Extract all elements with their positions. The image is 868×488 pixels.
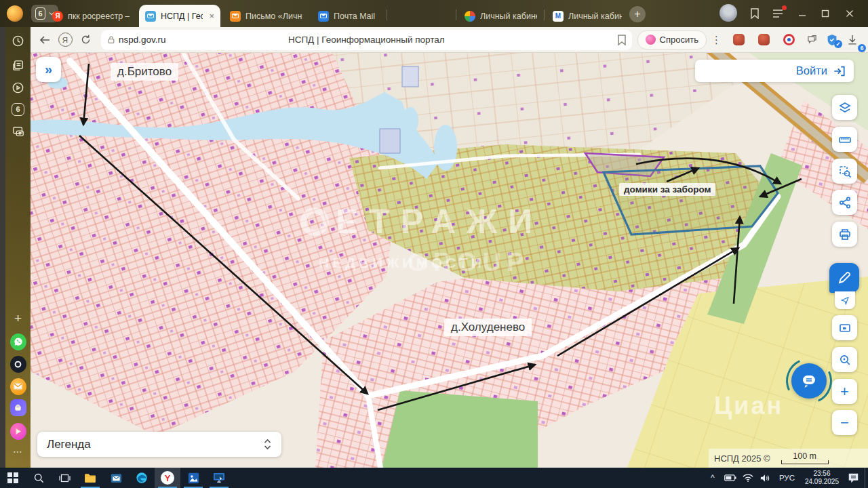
alice-icon: [646, 35, 656, 45]
battery-icon[interactable]: [723, 468, 738, 488]
expand-panel-button[interactable]: »: [36, 57, 61, 82]
edge-browser-icon[interactable]: [129, 468, 155, 488]
extension-icon-3[interactable]: [783, 34, 795, 45]
chat-support-button[interactable]: [791, 363, 827, 399]
yandex-mail-icon[interactable]: [10, 378, 26, 394]
downloads-icon[interactable]: 6: [842, 30, 863, 49]
search-object-button[interactable]: [832, 347, 857, 372]
desktop-screen: 6 Я пкк росреестр — Янд НСПД | Геоинформ…: [0, 0, 868, 488]
file-explorer-icon[interactable]: [77, 468, 103, 488]
window-edge: [0, 27, 5, 468]
annotation-domiki: домики за забором: [619, 183, 715, 196]
protect-shield-icon[interactable]: ✓: [822, 30, 842, 49]
tabs-panel-icon[interactable]: 6: [10, 101, 26, 117]
maximize-button[interactable]: [816, 7, 834, 20]
map-viewport[interactable]: д.Бритово д.Холуденево домики за забором…: [31, 53, 868, 468]
volume-icon[interactable]: [758, 468, 773, 488]
windows-taskbar: Y ^ РУС 23:56 24.09.2025: [0, 468, 868, 488]
share-button[interactable]: [832, 190, 857, 215]
ask-menu-icon[interactable]: ⋮: [707, 34, 726, 46]
legend-collapse-icon[interactable]: [263, 439, 272, 450]
mail-orange-favicon: [230, 11, 241, 22]
tab-separator: [387, 9, 387, 20]
user-avatar[interactable]: [719, 4, 737, 22]
ask-alice-button[interactable]: Спросить: [637, 30, 707, 49]
minimize-button[interactable]: [793, 7, 811, 20]
video-icon[interactable]: [10, 79, 26, 96]
address-bar[interactable]: nspd.gov.ru НСПД | Геоинформационный пор…: [101, 30, 632, 50]
measure-button[interactable]: [832, 127, 857, 152]
colorful-dots-favicon: [465, 11, 475, 22]
login-label: Войти: [796, 64, 827, 77]
url-text: nspd.gov.ru: [119, 35, 166, 45]
login-icon: [833, 65, 846, 77]
task-view-icon[interactable]: [52, 468, 77, 488]
scale-bar: 100 m: [780, 452, 830, 465]
layers-button[interactable]: [832, 95, 857, 120]
extension-icon-2[interactable]: [758, 34, 770, 45]
zoom-out-button[interactable]: −: [832, 410, 857, 435]
back-button[interactable]: [35, 30, 55, 49]
alice-icon-sidebar[interactable]: [10, 423, 26, 439]
reload-button[interactable]: [75, 30, 96, 49]
photos-app-icon[interactable]: [180, 468, 206, 488]
clock[interactable]: 23:56 24.09.2025: [801, 470, 843, 487]
chat-bubble-icon: [800, 372, 818, 390]
history-icon[interactable]: [10, 33, 26, 49]
add-panel-button[interactable]: +: [10, 310, 26, 327]
legend-panel[interactable]: Легенда: [37, 432, 281, 457]
feedback-icon[interactable]: [802, 30, 822, 49]
map-canvas[interactable]: [31, 53, 868, 468]
close-tab-icon[interactable]: ×: [209, 12, 214, 20]
browser-tab-bar: 6 Я пкк росреестр — Янд НСПД | Геоинформ…: [0, 0, 868, 27]
tray-expand-icon[interactable]: ^: [705, 468, 720, 488]
tab-mail-letter[interactable]: Письмо «Личный каб: [224, 5, 309, 27]
notification-dot: [782, 5, 787, 10]
overview-map-button[interactable]: [832, 315, 857, 340]
remote-desktop-icon[interactable]: [206, 468, 232, 488]
browser-side-panel: 6 +: [5, 27, 31, 468]
browser-menu-icon[interactable]: [770, 7, 785, 20]
show-desktop-strip[interactable]: [865, 468, 868, 488]
login-bar[interactable]: Войти: [695, 60, 854, 82]
tab-pkk-rosreestr[interactable]: Я пкк росреестр — Янд: [46, 5, 136, 27]
yandex-browser-taskbar-icon[interactable]: Y: [155, 468, 180, 488]
print-button[interactable]: [832, 222, 857, 247]
locate-button[interactable]: [835, 291, 855, 309]
wifi-icon[interactable]: [741, 468, 755, 488]
nspd-favicon: [145, 11, 156, 22]
new-tab-button[interactable]: +: [629, 6, 646, 22]
place-label-kholudenevo: д.Холуденево: [444, 319, 532, 336]
start-button[interactable]: [0, 468, 26, 488]
mail-app-icon[interactable]: [103, 468, 129, 488]
notes-icon[interactable]: [10, 57, 26, 73]
purple-app-icon[interactable]: [10, 399, 26, 415]
tab-pochta-mail[interactable]: Почта Mail: [312, 5, 383, 27]
download-count-badge: 6: [858, 44, 866, 52]
whatsapp-icon[interactable]: [10, 333, 26, 350]
add-bookmark-icon[interactable]: [617, 35, 627, 45]
cian-favicon: М: [553, 11, 564, 22]
language-indicator[interactable]: РУС: [776, 474, 798, 482]
extension-icon-1[interactable]: [733, 34, 745, 45]
pen-icon: [837, 270, 852, 285]
opera-app-icon[interactable]: [10, 356, 26, 372]
action-center-icon[interactable]: [846, 468, 861, 488]
yandex-services-button[interactable]: Я: [55, 30, 75, 49]
close-window-button[interactable]: [841, 7, 859, 20]
browser-profile-icon[interactable]: [7, 5, 23, 22]
draw-tool-button-active[interactable]: [829, 263, 859, 293]
attribution-text: НСПД 2025 ©: [714, 453, 770, 464]
place-label-britovo: д.Бритово: [111, 63, 178, 81]
tab-lichny-kabinet-cian[interactable]: М Личный кабинет ЦИА: [547, 5, 628, 27]
taskbar-search-icon[interactable]: [26, 468, 52, 488]
zoom-in-button[interactable]: +: [832, 379, 857, 404]
screenshot-icon[interactable]: [10, 123, 26, 140]
selected-area-outline: [604, 166, 778, 235]
browser-toolbar: Я nspd.gov.ru НСПД | Геоинформационный п…: [31, 27, 868, 53]
more-apps-icon[interactable]: ⋯: [10, 443, 26, 460]
bookmark-flag-icon[interactable]: [747, 7, 762, 20]
tab-nspd-active[interactable]: НСПД | Геоинформ ×: [139, 5, 220, 27]
search-area-button[interactable]: [832, 159, 857, 184]
tab-lichny-kabinet-mos[interactable]: Личный кабинет - Мо: [458, 5, 543, 27]
